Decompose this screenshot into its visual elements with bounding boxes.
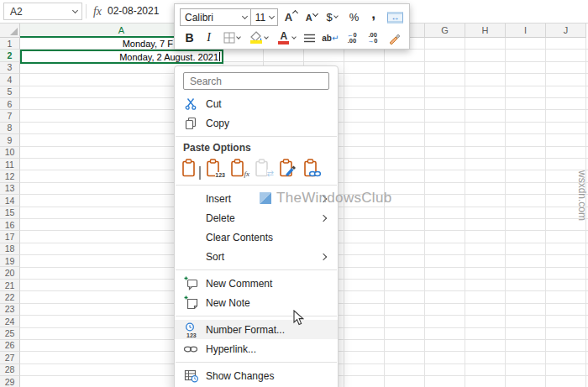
decrease-font-size-button[interactable]: A bbox=[300, 8, 318, 27]
row-header-22[interactable]: 22 bbox=[0, 291, 20, 303]
caret-down-icon bbox=[312, 10, 318, 16]
font-name-value: Calibri bbox=[185, 12, 213, 24]
name-box[interactable]: A2 bbox=[3, 3, 82, 20]
row-header-5[interactable]: 5 bbox=[0, 86, 20, 98]
menu-item-hyperlink[interactable]: Hyperlink... bbox=[175, 339, 338, 358]
column-header-J[interactable]: J bbox=[546, 24, 586, 38]
chevron-down-icon bbox=[265, 34, 270, 39]
separator bbox=[176, 185, 337, 186]
cell-A2-text: Monday, 2 August. 2021 bbox=[119, 52, 218, 62]
bold-button[interactable]: B bbox=[181, 29, 198, 47]
submenu-chevron-icon bbox=[320, 214, 327, 221]
row-header-17[interactable]: 17 bbox=[0, 231, 20, 243]
mini-toolbar: Calibri 11 A A $ % , bbox=[174, 3, 410, 50]
row-header-20[interactable]: 20 bbox=[0, 267, 20, 279]
wrap-text-icon: ab bbox=[322, 34, 332, 43]
column-header-I[interactable]: I bbox=[506, 24, 546, 38]
italic-button[interactable]: I bbox=[200, 29, 218, 47]
column-header-H[interactable]: H bbox=[465, 24, 506, 38]
row-header-23[interactable]: 23 bbox=[0, 304, 20, 316]
row-header-24[interactable]: 24 bbox=[0, 316, 20, 327]
font-color-button[interactable]: A bbox=[274, 29, 299, 47]
row-header-11[interactable]: 11 bbox=[0, 159, 20, 170]
letter-a-icon: A bbox=[285, 11, 292, 24]
gridline-vertical bbox=[344, 38, 344, 387]
menu-item-cut[interactable]: Cut bbox=[175, 94, 338, 113]
percent-style-button[interactable]: % bbox=[345, 8, 363, 27]
dollar-icon: $ bbox=[326, 11, 332, 24]
formula-input[interactable]: 02-08-2021 bbox=[108, 5, 159, 17]
row-header-16[interactable]: 16 bbox=[0, 219, 20, 231]
format-painter-button[interactable] bbox=[386, 29, 404, 47]
row-header-26[interactable]: 26 bbox=[0, 340, 20, 352]
comma-style-button[interactable]: , bbox=[365, 8, 382, 27]
menu-item-insert[interactable]: Insert bbox=[175, 189, 338, 208]
increase-font-size-button[interactable]: A bbox=[279, 8, 297, 27]
cell-reference: A2 bbox=[10, 6, 23, 18]
cell-A1[interactable]: Monday, 7 F bbox=[20, 38, 174, 50]
row-header-12[interactable]: 12 bbox=[0, 170, 20, 182]
decrease-decimal-icon: .00 →0 bbox=[368, 32, 378, 44]
row-header-19[interactable]: 19 bbox=[0, 255, 20, 267]
row-header-28[interactable]: 28 bbox=[0, 364, 20, 376]
row-header-3[interactable]: 3 bbox=[0, 62, 20, 74]
paste-transpose-icon[interactable]: ⇄ bbox=[255, 159, 273, 178]
row-header-1[interactable]: 1 bbox=[0, 38, 20, 50]
paste-options-row: 123 fx ⇄ bbox=[175, 154, 338, 181]
menu-item-number-format[interactable]: 123 Number Format... bbox=[175, 320, 338, 339]
row-header-9[interactable]: 9 bbox=[0, 134, 20, 146]
gridline-vertical bbox=[585, 38, 586, 387]
increase-decimal-button[interactable]: ←0 .00 bbox=[343, 29, 362, 47]
font-size-combo[interactable]: 11 bbox=[250, 8, 278, 26]
fx-button[interactable]: fx bbox=[90, 3, 105, 19]
merge-center-button[interactable]: ↔ bbox=[386, 8, 404, 27]
row-header-25[interactable]: 25 bbox=[0, 327, 20, 339]
menu-item-show-changes[interactable]: Show Changes bbox=[175, 366, 338, 385]
menu-label: Sort bbox=[206, 251, 313, 263]
row-header-2[interactable]: 2 bbox=[0, 50, 20, 61]
menu-item-sort[interactable]: Sort bbox=[175, 247, 338, 266]
font-size-value: 11 bbox=[255, 12, 265, 24]
wrap-text-button[interactable]: ab ↵ bbox=[320, 29, 341, 47]
column-header-G[interactable]: G bbox=[425, 24, 465, 38]
paste-options-header: Paste Options bbox=[175, 140, 338, 154]
borders-button[interactable] bbox=[219, 29, 244, 47]
menu-item-new-note[interactable]: New Note bbox=[175, 293, 338, 312]
accounting-format-button[interactable]: $ bbox=[320, 8, 344, 27]
row-header-4[interactable]: 4 bbox=[0, 74, 20, 86]
paste-formatting-icon[interactable] bbox=[279, 159, 297, 178]
menu-label: Copy bbox=[206, 118, 338, 129]
row-header-15[interactable]: 15 bbox=[0, 207, 20, 218]
search-input[interactable]: Search bbox=[183, 72, 329, 90]
menu-label: New Note bbox=[206, 297, 338, 309]
row-header-10[interactable]: 10 bbox=[0, 147, 20, 159]
row-header-14[interactable]: 14 bbox=[0, 195, 20, 207]
paste-values-icon[interactable]: 123 bbox=[206, 159, 224, 178]
row-header-7[interactable]: 7 bbox=[0, 110, 20, 122]
paste-formulas-icon[interactable]: fx bbox=[230, 159, 249, 178]
empty-icon-slot bbox=[183, 211, 198, 226]
menu-item-copy[interactable]: Copy bbox=[175, 113, 338, 133]
row-header-13[interactable]: 13 bbox=[0, 183, 20, 195]
menu-item-clear-contents[interactable]: Clear Contents bbox=[175, 227, 338, 247]
separator bbox=[176, 316, 337, 316]
row-header-27[interactable]: 27 bbox=[0, 352, 20, 363]
align-center-button[interactable] bbox=[301, 29, 318, 47]
menu-item-new-comment[interactable]: New Comment bbox=[175, 274, 338, 293]
font-name-combo[interactable]: Calibri bbox=[180, 8, 251, 26]
paste-icon[interactable] bbox=[181, 159, 200, 178]
comma-icon: , bbox=[371, 6, 375, 23]
fill-color-button[interactable] bbox=[246, 29, 271, 47]
row-header-29[interactable]: 29 bbox=[0, 376, 20, 387]
row-header-21[interactable]: 21 bbox=[0, 280, 20, 291]
paste-link-icon[interactable] bbox=[303, 159, 322, 178]
row-header-8[interactable]: 8 bbox=[0, 123, 20, 134]
menu-item-delete[interactable]: Delete bbox=[175, 208, 338, 227]
row-header-6[interactable]: 6 bbox=[0, 98, 20, 110]
chevron-down-icon bbox=[72, 7, 78, 13]
cell-A2-selected[interactable]: Monday, 2 August. 2021 bbox=[20, 50, 223, 64]
decrease-decimal-button[interactable]: .00 →0 bbox=[363, 29, 382, 47]
row-header-18[interactable]: 18 bbox=[0, 243, 20, 255]
select-all-button[interactable] bbox=[0, 24, 20, 38]
menu-label: Hyperlink... bbox=[206, 343, 338, 355]
